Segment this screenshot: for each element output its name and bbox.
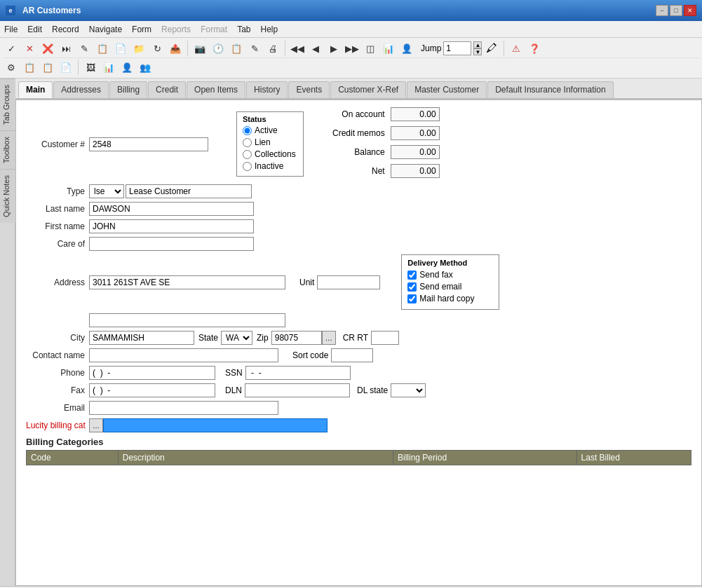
tab-open-items[interactable]: Open Items (187, 81, 245, 98)
tb-new-btn[interactable]: 📄 (112, 41, 129, 56)
tab-billing[interactable]: Billing (109, 81, 147, 98)
status-active-radio[interactable] (243, 126, 252, 135)
delivery-group: Delivery Method Send fax Send email Mail… (401, 254, 499, 310)
contact-input[interactable] (89, 348, 278, 362)
tab-default-insurance[interactable]: Default Insurance Information (487, 81, 613, 98)
tb2-doc[interactable]: 📄 (58, 60, 74, 75)
tab-history[interactable]: History (246, 81, 288, 98)
tb-nav-last[interactable]: ▶▶ (344, 41, 360, 56)
unit-input[interactable] (317, 275, 380, 289)
care-of-input[interactable] (89, 237, 254, 251)
tab-master-customer[interactable]: Master Customer (407, 81, 487, 98)
tab-addresses[interactable]: Addresses (53, 81, 109, 98)
status-collections-radio[interactable] (243, 150, 252, 159)
delivery-email-check[interactable] (407, 282, 417, 292)
tb-cancel-btn[interactable]: ✕ (21, 41, 38, 56)
first-name-input[interactable] (89, 219, 254, 233)
close-button[interactable]: ✕ (684, 5, 696, 16)
status-lien-radio[interactable] (243, 138, 252, 147)
tb-nav-first[interactable]: ◀◀ (289, 41, 306, 56)
sort-code-input[interactable] (331, 348, 373, 362)
menu-reports[interactable]: Reports (161, 25, 191, 34)
menu-help[interactable]: Help (261, 25, 278, 34)
zip-input[interactable] (271, 331, 322, 345)
tb-confirm-btn[interactable]: ✓ (3, 41, 20, 56)
address-line1-input[interactable] (89, 275, 285, 289)
dl-state-select[interactable] (391, 383, 426, 397)
menu-file[interactable]: File (4, 25, 18, 34)
tb2-table[interactable]: 📊 (100, 60, 117, 75)
city-input[interactable] (89, 331, 194, 345)
on-account-input[interactable] (391, 107, 440, 121)
tb-nav-next[interactable]: ▶ (325, 41, 342, 56)
tb-copy2-btn[interactable]: 📋 (228, 41, 245, 56)
tab-events[interactable]: Events (288, 81, 330, 98)
menu-edit[interactable]: Edit (27, 25, 42, 34)
balance-input[interactable] (391, 145, 440, 159)
status-inactive-radio[interactable] (243, 162, 252, 171)
billing-cat-input[interactable] (103, 418, 328, 432)
first-name-row: First name (26, 219, 691, 233)
tb-delete-btn[interactable]: ❌ (39, 41, 56, 56)
tab-customer-xref[interactable]: Customer X-Ref (330, 81, 406, 98)
minimize-button[interactable]: − (656, 5, 668, 16)
tb-copy-btn[interactable]: 📋 (94, 41, 111, 56)
menu-form[interactable]: Form (132, 25, 151, 34)
cr-rt-input[interactable] (371, 331, 399, 345)
tb-clock-btn[interactable]: 🕐 (210, 41, 227, 56)
jump-down[interactable]: ▼ (473, 48, 482, 55)
first-name-label: First name (26, 221, 89, 231)
last-name-input[interactable] (89, 202, 254, 216)
jump-up[interactable]: ▲ (473, 41, 482, 48)
tb-nav-prev[interactable]: ◀ (307, 41, 324, 56)
menu-format[interactable]: Format (201, 25, 227, 34)
side-tab-toolbox[interactable]: Toolbox (0, 130, 15, 169)
menu-navigate[interactable]: Navigate (89, 25, 122, 34)
customer-num-input[interactable] (89, 137, 208, 151)
jump-input[interactable] (443, 41, 471, 55)
tb-first-btn[interactable]: ⏭ (58, 41, 74, 56)
type-select[interactable]: lse (89, 184, 124, 198)
type-description-input[interactable] (126, 184, 252, 198)
email-input[interactable] (89, 401, 278, 415)
delivery-fax-check[interactable] (407, 271, 417, 280)
tb2-users[interactable]: 👥 (137, 60, 154, 75)
restore-button[interactable]: □ (670, 5, 682, 16)
tab-main[interactable]: Main (18, 81, 53, 98)
billing-cat-lookup-btn[interactable]: … (89, 418, 103, 432)
dln-input[interactable] (245, 383, 350, 397)
tb-grid-btn[interactable]: ◫ (362, 41, 379, 56)
tb-export-btn[interactable]: 📤 (167, 41, 184, 56)
side-tab-groups[interactable]: Tab Groups (0, 78, 15, 130)
tb-photo-btn[interactable]: 📷 (191, 41, 208, 56)
address-line2-input[interactable] (89, 313, 285, 327)
tb2-settings[interactable]: ⚙ (3, 60, 20, 75)
tb-refresh-btn[interactable]: ↻ (149, 41, 166, 56)
ssn-input[interactable] (245, 366, 351, 380)
tb-users-btn[interactable]: 👤 (398, 41, 415, 56)
fax-input[interactable] (89, 383, 215, 397)
delivery-mail-check[interactable] (407, 294, 417, 303)
credit-memos-input[interactable] (391, 126, 440, 140)
tb-help-btn[interactable]: ❓ (526, 41, 543, 56)
tb-alert-btn[interactable]: ⚠ (508, 41, 525, 56)
tb2-image[interactable]: 🖼 (82, 60, 99, 75)
tb-bookmark-btn[interactable]: 🖍 (483, 41, 500, 56)
tb-print-btn[interactable]: 🖨 (264, 41, 281, 56)
menu-tab[interactable]: Tab (237, 25, 250, 34)
tab-credit[interactable]: Credit (148, 81, 186, 98)
tb2-user[interactable]: 👤 (119, 60, 135, 75)
tb2-copy2[interactable]: 📋 (39, 60, 56, 75)
phone-input[interactable] (89, 366, 215, 380)
tb-chart-btn[interactable]: 📊 (380, 41, 397, 56)
side-tab-notes[interactable]: Quick Notes (0, 169, 15, 223)
net-input[interactable] (391, 164, 440, 178)
tb-folder-btn[interactable]: 📁 (130, 41, 147, 56)
state-select[interactable]: WA (221, 331, 252, 345)
tb-edit2-btn[interactable]: ✎ (246, 41, 263, 56)
billing-categories-title: Billing Categories (26, 437, 691, 447)
zip-lookup-btn[interactable]: … (322, 331, 336, 345)
tb2-copy1[interactable]: 📋 (21, 60, 38, 75)
menu-record[interactable]: Record (52, 25, 79, 34)
tb-edit-btn[interactable]: ✎ (76, 41, 93, 56)
